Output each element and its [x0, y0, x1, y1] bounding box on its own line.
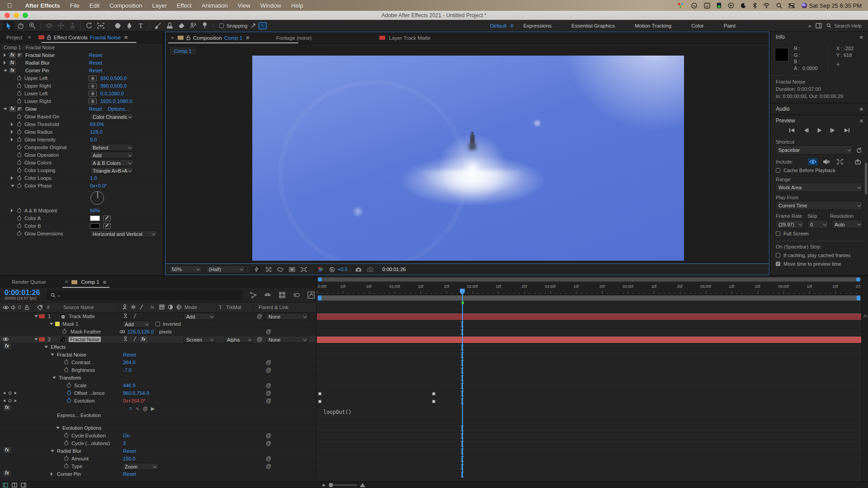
property-value[interactable]: 0x+264.0°	[123, 398, 146, 404]
property-value[interactable]: 128.0	[90, 129, 103, 135]
previous-frame-button[interactable]	[803, 128, 809, 133]
link-icon[interactable]	[119, 329, 125, 334]
eyedropper-icon[interactable]	[103, 223, 111, 229]
pick-whip-icon[interactable]: @	[266, 359, 271, 366]
antialias-icon[interactable]	[133, 336, 137, 343]
stopwatch-icon[interactable]	[17, 209, 21, 213]
panel-menu-icon[interactable]: ≡	[859, 117, 863, 124]
menubar-clock[interactable]: Sat Sep 25 6:35 PM	[809, 2, 862, 9]
reset-shortcut-icon[interactable]	[856, 147, 863, 153]
workspace-expressions[interactable]: Expressions	[513, 23, 561, 28]
tab-composition[interactable]: Composition	[193, 35, 222, 41]
stopwatch-icon[interactable]	[17, 161, 21, 165]
reset-link[interactable]: Reset	[89, 68, 102, 73]
panel-menu-icon[interactable]: ≡	[246, 34, 249, 41]
twirl-open-icon[interactable]	[52, 377, 56, 379]
stopwatch-icon[interactable]	[17, 99, 21, 103]
show-snapshot-icon[interactable]	[367, 267, 373, 272]
stopwatch-icon[interactable]	[17, 153, 21, 157]
menubar-wifi-icon[interactable]	[763, 3, 770, 8]
stopwatch-icon[interactable]	[17, 169, 21, 173]
pick-whip-icon[interactable]: @	[257, 336, 262, 343]
pick-whip-icon[interactable]: @	[257, 313, 262, 319]
inverted-checkbox[interactable]	[156, 322, 160, 326]
shy-icon[interactable]	[264, 291, 271, 299]
workspace-panel-icon[interactable]	[816, 23, 822, 28]
comp-navigator-button[interactable]: Comp 1	[169, 47, 197, 56]
pick-whip-icon[interactable]: @	[266, 463, 271, 469]
preview-resolution-dropdown[interactable]: Auto	[832, 220, 863, 229]
twirl-closed-icon[interactable]	[51, 472, 53, 476]
workspace-motion-tracking[interactable]: Motion Tracking	[625, 23, 681, 28]
fullscreen-checkbox[interactable]	[776, 231, 780, 236]
stopwatch-icon[interactable]	[17, 138, 21, 142]
twirl-open-icon[interactable]	[44, 346, 48, 348]
stopwatch-icon[interactable]	[17, 115, 21, 119]
skip-dropdown[interactable]: 0	[807, 220, 828, 229]
stopwatch-icon[interactable]	[17, 76, 21, 80]
property-value[interactable]: 126.0,126.0	[127, 329, 154, 334]
clone-stamp-tool[interactable]	[164, 21, 175, 31]
twirl-open-icon[interactable]	[56, 427, 60, 429]
stopwatch-icon[interactable]	[17, 176, 21, 180]
twirl-closed-icon[interactable]	[4, 61, 6, 65]
time-navigator[interactable]	[318, 277, 860, 282]
pick-whip-icon[interactable]: @	[266, 455, 271, 462]
keyframe-diamond[interactable]	[318, 392, 321, 395]
snap-arrow-icon[interactable]	[250, 23, 256, 28]
tab-render-queue[interactable]: Render Queue	[12, 279, 46, 285]
include-audio-icon[interactable]	[821, 158, 831, 165]
twirl-open-icon[interactable]	[11, 185, 14, 187]
property-value[interactable]: 990.0,500.0	[100, 83, 127, 89]
region-of-interest-icon[interactable]	[301, 267, 307, 272]
reset-link[interactable]: Reset	[89, 106, 102, 112]
menu-effect[interactable]: Effect	[177, 2, 192, 9]
stopwatch-icon[interactable]	[67, 399, 71, 403]
panel-menu-icon[interactable]: ≡	[124, 34, 127, 41]
stopwatch-icon[interactable]	[17, 130, 21, 134]
current-timecode[interactable]: 0:00:01:26	[5, 290, 40, 296]
expression-arrow-icon[interactable]: ▶	[151, 406, 155, 412]
lock-icon[interactable]	[186, 35, 190, 40]
property-value[interactable]: 1920.0,1080.0	[100, 99, 132, 104]
camera-tool[interactable]	[95, 21, 107, 31]
header-mode[interactable]: Mode	[184, 305, 197, 310]
pick-whip-icon[interactable]: @	[266, 398, 271, 404]
header-source-name[interactable]: Source Name	[63, 305, 94, 310]
stopwatch-icon[interactable]	[17, 232, 21, 236]
property-value[interactable]: -7.0	[123, 367, 132, 373]
tab-composition-name[interactable]: Comp 1	[224, 35, 242, 41]
guides-icon[interactable]	[289, 267, 295, 272]
layer-color-chip[interactable]	[39, 338, 45, 342]
menubar-creative-cloud-icon[interactable]	[691, 3, 698, 9]
rotation-dial[interactable]	[90, 191, 104, 205]
tab-layer[interactable]: Layer Track Matte	[389, 35, 430, 41]
layer-duration-bar[interactable]	[317, 314, 861, 320]
resolution-dropdown[interactable]: (Half)	[206, 266, 245, 273]
menu-layer[interactable]: Layer	[152, 2, 167, 9]
point-control-icon[interactable]: ⊕	[89, 75, 97, 81]
menubar-bluetooth-icon[interactable]	[753, 2, 757, 9]
expression-pickwhip-icon[interactable]: @	[143, 406, 148, 412]
stopwatch-icon[interactable]	[64, 361, 68, 365]
workspace-overflow-button[interactable]: »	[808, 23, 811, 28]
keyframe-diamond[interactable]	[432, 392, 435, 395]
stopwatch-icon[interactable]	[64, 457, 68, 461]
keyframe-diamond[interactable]	[432, 400, 435, 403]
menubar-app-grid-icon[interactable]	[678, 3, 684, 9]
stopwatch-icon[interactable]	[17, 224, 21, 228]
menu-after-effects[interactable]: After Effects	[25, 2, 60, 9]
exposure-value[interactable]: +0.0	[338, 267, 348, 272]
property-value[interactable]: 3	[123, 441, 126, 446]
property-value[interactable]: 69.0%	[90, 122, 104, 127]
expression-field[interactable]: loopOut()	[323, 409, 351, 415]
menubar-control-center-icon[interactable]	[788, 3, 795, 9]
hand-tool[interactable]	[14, 21, 26, 31]
property-value[interactable]: 960.5,754.9	[123, 390, 149, 396]
viewer-timecode[interactable]: 0:00:01:26	[382, 267, 406, 272]
panel-menu-icon[interactable]: ≡	[859, 106, 863, 113]
comp-tab-close-icon[interactable]: ×	[65, 279, 68, 285]
layer-row[interactable]: 2Fractal NoisefxScreenAlpha@None	[0, 336, 316, 343]
twirl-open-icon[interactable]	[51, 450, 54, 452]
snapping-checkbox[interactable]	[219, 23, 224, 28]
